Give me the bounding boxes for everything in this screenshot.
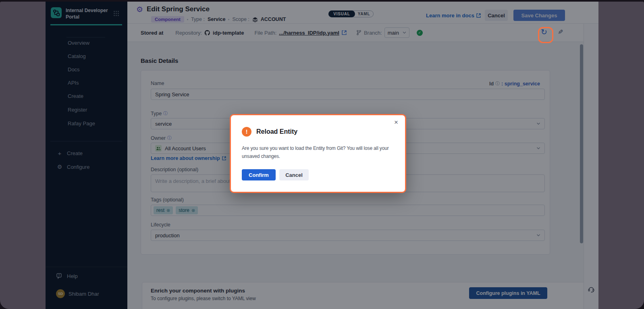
confirm-button[interactable]: Confirm xyxy=(242,169,276,180)
annotation-highlight-ring xyxy=(538,27,553,43)
warning-icon: ! xyxy=(242,127,251,137)
modal-body-line2: unsaved changes. xyxy=(242,153,280,159)
close-icon[interactable]: × xyxy=(394,118,398,127)
reload-entity-modal: ! Reload Entity × Are you sure you want … xyxy=(230,114,406,193)
modal-cancel-button[interactable]: Cancel xyxy=(279,169,309,180)
modal-body-line1: Are you sure you want to load the Entity… xyxy=(242,145,389,151)
modal-title: Reload Entity xyxy=(256,128,297,135)
modal-body: Are you sure you want to load the Entity… xyxy=(242,145,404,161)
